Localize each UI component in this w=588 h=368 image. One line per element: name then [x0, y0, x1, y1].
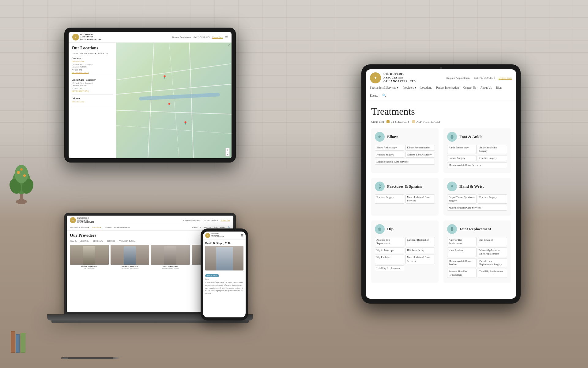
- treatment-link[interactable]: Hip Revision: [375, 255, 404, 264]
- map-area[interactable]: 📍 📍 📍 ⤢ + −: [116, 43, 232, 158]
- svg-point-6: [17, 171, 20, 174]
- laptop-nav-locations[interactable]: Locations: [104, 226, 112, 229]
- nav-patient-info[interactable]: Patient Information: [436, 86, 459, 89]
- zoom-in-button[interactable]: +: [225, 148, 230, 152]
- elbow-name: Elbow: [387, 134, 398, 139]
- treatment-link[interactable]: Hip Revision: [478, 237, 507, 246]
- treatment-link-fracture-foot[interactable]: Fracture Surgery: [478, 155, 507, 161]
- treatment-link-fracture-hand[interactable]: Fracture Surgery: [478, 194, 507, 204]
- location-phone-urgent: 717-327-2785: [72, 88, 113, 90]
- location-filter[interactable]: LOCATION ▾: [80, 240, 91, 242]
- specialty-filter[interactable]: SPECIALTY ▾: [93, 240, 104, 242]
- provider-name-sieger: David D. Sieger, M.D.: [70, 266, 109, 268]
- foot-ankle-name: Foot & Ankle: [459, 134, 482, 139]
- provider-card-carson[interactable]: James H. Carson, M.D. Fractures and Spor…: [111, 245, 149, 269]
- treatment-link-fracture-sprains[interactable]: Fracture Surgery: [375, 194, 404, 204]
- laptop-logo: ✦ ORTHOPEDICASSOCIATESOF LANCASTER, LTD: [70, 217, 94, 223]
- treatment-link[interactable]: Knee Revision: [447, 247, 477, 257]
- nav-specialties[interactable]: Specialties & Services ▾: [370, 86, 398, 89]
- group-list-bar: Group List: BY SPECIALTY ALPHABETICALLY: [371, 120, 511, 123]
- nav-locations[interactable]: Locations: [420, 86, 432, 89]
- treatment-link[interactable]: Musculoskeletal Care Services: [447, 205, 507, 211]
- location-type: Office Location: [72, 60, 113, 63]
- laptop-nav-patient[interactable]: Patient Information: [114, 226, 130, 229]
- provider-card-carroll[interactable]: Paul F. Carroll, M.D. Sports Injuries an…: [151, 245, 190, 269]
- laptop-nav-contact[interactable]: Contact Us: [192, 226, 201, 229]
- portrait-logo: ✦ ORTHOPEDICASSOCIATESOF LANCASTER, LTD: [370, 72, 416, 83]
- provider-card-sieger[interactable]: David D. Sieger, M.D. Hip Replacement: [70, 245, 109, 269]
- alphabetically-option[interactable]: ALPHABETICALLY: [412, 120, 441, 123]
- treatment-link[interactable]: Ankle Instability Surgery: [478, 145, 507, 154]
- treatment-link[interactable]: Bunion Surgery: [447, 155, 477, 161]
- laptop-phone[interactable]: Call 717-299-4871: [203, 219, 218, 221]
- phone-doctor-photo: [205, 246, 243, 270]
- portrait-nav-menu: Specialties & Services ▾ Providers ▾ Loc…: [370, 86, 512, 98]
- portrait-urgent-care[interactable]: Urgent Care: [499, 76, 512, 80]
- treatment-link[interactable]: Total Hip Replacement: [478, 269, 507, 278]
- by-specialty-option[interactable]: BY SPECIALTY: [386, 120, 410, 123]
- treatment-row: Ankle Arthroscopy Ankle Instability Surg…: [447, 145, 507, 154]
- treatment-link[interactable]: Golfer's Elbow Surgery: [405, 152, 435, 158]
- treatment-link[interactable]: Ankle Arthroscopy: [447, 145, 477, 154]
- location-name: Lancaster: [72, 57, 113, 60]
- treatment-link[interactable]: Partial Knee Replacement Surgery: [478, 258, 507, 267]
- treatment-row: Bunion Surgery Fracture Surgery: [447, 155, 507, 161]
- portrait-phone[interactable]: Call 717-299-4871: [474, 76, 495, 79]
- treatment-link[interactable]: Elbow Arthroscopy: [375, 145, 404, 151]
- portrait-request-appt[interactable]: Request Appointment: [446, 76, 470, 79]
- urgent-care-link[interactable]: Urgent Care: [212, 36, 223, 39]
- nav-providers[interactable]: Providers ▾: [403, 86, 416, 89]
- nav-about[interactable]: About Us: [481, 86, 492, 89]
- get-directions-link[interactable]: GET DIRECTIONS: [72, 71, 113, 73]
- treatment-link[interactable]: Anterior Hip Replacement: [447, 237, 477, 246]
- svg-marker-22: [113, 357, 123, 359]
- treatment-link[interactable]: Hip Arthroscopy: [375, 247, 404, 253]
- treatment-link[interactable]: Musculoskeletal Care Services: [375, 159, 435, 165]
- laptop-nav: ✦ ORTHOPEDICASSOCIATESOF LANCASTER, LTD …: [67, 216, 233, 225]
- provider-type-filter[interactable]: PROVIDER TYPE ▾: [119, 240, 135, 242]
- map-pin-2[interactable]: 📍: [167, 103, 171, 107]
- treatment-link[interactable]: Carpal Tunnel Syndrome Surgery: [447, 194, 477, 204]
- hamburger-icon[interactable]: ☰: [225, 36, 228, 39]
- service-filter[interactable]: SERVICE ▾: [98, 52, 107, 55]
- treatment-link[interactable]: Cartilage Restoration: [405, 237, 435, 246]
- foot-ankle-treatments: Ankle Arthroscopy Ankle Instability Surg…: [447, 145, 507, 169]
- specialty-checkbox: [386, 120, 390, 123]
- treatment-link[interactable]: Musculoskeletal Care Services: [405, 255, 435, 264]
- specialty-hip: Hip Anterior Hip Replacement Cartilage R…: [371, 220, 439, 282]
- service-filter-providers[interactable]: SERVICE ▾: [107, 240, 116, 242]
- nav-events[interactable]: Events: [370, 94, 378, 97]
- laptop-urgent-care[interactable]: Urgent Care: [221, 219, 230, 221]
- treatment-link[interactable]: Musculoskeletal Care Services: [447, 258, 477, 267]
- zoom-out-button[interactable]: −: [225, 152, 230, 156]
- map-expand-icon[interactable]: ⤢: [228, 44, 230, 47]
- map-pin-1[interactable]: 📍: [162, 75, 166, 79]
- request-appt-link[interactable]: Request Appointment: [172, 36, 191, 38]
- nav-contact[interactable]: Contact Us: [463, 86, 476, 89]
- fractures-treatments: Fracture Surgery Musculoskeletal Care Se…: [375, 194, 435, 205]
- nav-blog[interactable]: Blog: [496, 86, 501, 89]
- treatment-link-fracture-elbow[interactable]: Fracture Surgery: [375, 152, 404, 158]
- map-road: [189, 43, 194, 158]
- treatment-link[interactable]: Total Hip Replacement: [375, 265, 404, 271]
- treatment-link[interactable]: Elbow Reconstruction: [405, 145, 435, 151]
- phone-hamburger-icon[interactable]: ☰: [241, 234, 243, 237]
- laptop-nav-providers[interactable]: Providers ▾: [92, 226, 101, 229]
- svg-point-8: [20, 168, 23, 171]
- treatment-link[interactable]: Hip Resurfacing: [405, 247, 435, 253]
- map-pin-3[interactable]: 📍: [183, 121, 187, 125]
- portrait-content[interactable]: Treatments Group List: BY SPECIALTY ALPH…: [366, 101, 516, 299]
- get-directions-urgent[interactable]: GET DIRECTIONS: [72, 90, 113, 92]
- treatment-link[interactable]: Reverse Shoulder Replacement: [447, 269, 477, 278]
- treatment-link[interactable]: Anterior Hip Replacement: [375, 237, 404, 246]
- laptop-nav-specialties[interactable]: Specialties & Services ▾: [70, 226, 89, 229]
- treatments-title: Treatments: [371, 106, 511, 117]
- search-icon[interactable]: 🔍: [382, 94, 386, 98]
- treatment-link[interactable]: Minimally-Invasive Knee Replacement: [478, 247, 507, 257]
- location-type-filter[interactable]: LOCATION TYPE ▾: [80, 52, 96, 55]
- treatment-link[interactable]: Musculoskeletal Care Services: [447, 162, 507, 168]
- treatment-link[interactable]: Musculoskeletal Care Services: [405, 194, 435, 204]
- foot-ankle-header: Foot & Ankle: [447, 132, 507, 142]
- laptop-request-appt[interactable]: Request Appointment: [183, 219, 201, 221]
- phone-link[interactable]: Call 717-299-4871: [194, 36, 210, 38]
